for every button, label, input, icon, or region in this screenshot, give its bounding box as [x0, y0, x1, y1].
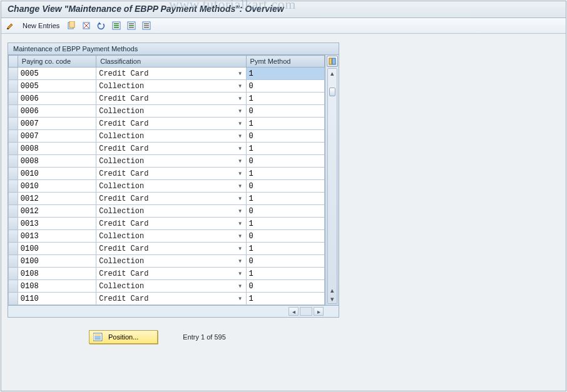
classification-dropdown[interactable]: Credit Card▾	[96, 193, 245, 204]
table-settings-icon[interactable]	[327, 56, 338, 67]
paying-co-code-cell[interactable]	[18, 180, 96, 192]
classification-dropdown[interactable]: Credit Card▾	[96, 68, 245, 79]
table-row: Collection▾	[9, 105, 325, 118]
pymt-method-cell[interactable]	[247, 155, 324, 167]
paying-co-code-cell[interactable]	[18, 293, 96, 304]
classification-dropdown[interactable]: Credit Card▾	[96, 293, 245, 304]
pymt-method-cell[interactable]	[247, 293, 324, 304]
row-selector[interactable]	[9, 93, 18, 105]
toggle-display-change-icon[interactable]	[5, 20, 16, 31]
delete-icon[interactable]	[81, 20, 92, 31]
row-selector[interactable]	[9, 180, 18, 193]
undo-change-icon[interactable]	[96, 20, 107, 31]
row-selector[interactable]	[9, 243, 18, 255]
position-button[interactable]: Position...	[89, 330, 158, 344]
scroll-up2-icon[interactable]: ▴	[328, 286, 337, 294]
paying-co-code-cell[interactable]	[18, 280, 96, 292]
paying-co-code-cell[interactable]	[18, 155, 96, 167]
paying-co-code-cell[interactable]	[18, 80, 96, 92]
classification-dropdown[interactable]: Collection▾	[96, 281, 245, 292]
paying-co-code-cell[interactable]	[18, 130, 96, 142]
pymt-method-cell[interactable]	[247, 168, 324, 179]
col-pymt-method[interactable]: Pymt Method	[246, 56, 324, 68]
classification-dropdown[interactable]: Credit Card▾	[96, 243, 245, 254]
col-paying-co-code[interactable]: Paying co. code	[18, 56, 96, 68]
new-entries-button[interactable]: New Entries	[20, 22, 62, 29]
row-selector[interactable]	[9, 80, 18, 93]
paying-co-code-cell[interactable]	[18, 230, 96, 242]
paying-co-code-cell[interactable]	[18, 205, 96, 217]
paying-co-code-cell[interactable]	[18, 93, 96, 104]
select-all-icon[interactable]	[111, 20, 122, 31]
classification-dropdown[interactable]: Collection▾	[96, 231, 245, 242]
select-block-icon[interactable]	[126, 20, 137, 31]
paying-co-code-cell[interactable]	[18, 218, 96, 229]
classification-dropdown[interactable]: Collection▾	[96, 156, 245, 167]
pymt-method-cell[interactable]	[247, 105, 324, 117]
row-selector[interactable]	[9, 280, 18, 293]
row-selector[interactable]	[9, 155, 18, 168]
row-selector[interactable]	[9, 105, 18, 118]
classification-dropdown[interactable]: Credit Card▾	[96, 143, 245, 154]
pymt-method-cell[interactable]	[247, 130, 324, 142]
paying-co-code-cell[interactable]	[18, 255, 96, 267]
scroll-down-icon[interactable]: ▾	[328, 294, 337, 303]
copy-as-icon[interactable]	[66, 20, 77, 31]
row-selector[interactable]	[9, 205, 18, 218]
row-selector[interactable]	[9, 68, 18, 80]
paying-co-code-cell[interactable]	[18, 268, 96, 279]
pymt-method-cell[interactable]	[247, 193, 324, 204]
pymt-method-cell[interactable]	[247, 255, 324, 267]
pymt-method-cell[interactable]	[247, 218, 324, 229]
scroll-right-icon[interactable]: ▸	[314, 307, 324, 316]
paying-co-code-cell[interactable]	[18, 243, 96, 254]
pymt-method-cell[interactable]	[247, 80, 324, 92]
row-selector[interactable]	[9, 168, 18, 180]
paying-co-code-cell[interactable]	[18, 68, 96, 79]
row-selector[interactable]	[9, 218, 18, 230]
pymt-method-cell[interactable]	[247, 280, 324, 292]
pymt-method-cell[interactable]	[247, 243, 324, 254]
pymt-method-cell[interactable]	[247, 118, 324, 129]
pymt-method-cell[interactable]	[247, 180, 324, 192]
scroll-up-icon[interactable]: ▴	[328, 69, 337, 78]
paying-co-code-cell[interactable]	[18, 168, 96, 179]
row-selector[interactable]	[9, 193, 18, 205]
paying-co-code-cell[interactable]	[18, 118, 96, 129]
pymt-method-cell[interactable]	[247, 230, 324, 242]
classification-dropdown[interactable]: Collection▾	[96, 256, 245, 267]
classification-dropdown[interactable]: Collection▾	[96, 131, 245, 142]
pymt-method-cell[interactable]	[247, 143, 324, 154]
scroll-left-icon[interactable]: ◂	[289, 307, 299, 316]
classification-dropdown[interactable]: Collection▾	[96, 181, 245, 192]
pymt-method-cell[interactable]	[247, 93, 324, 104]
classification-dropdown[interactable]: Credit Card▾	[96, 268, 245, 279]
row-selector-header[interactable]	[9, 56, 18, 68]
paying-co-code-cell[interactable]	[18, 105, 96, 117]
row-selector[interactable]	[9, 268, 18, 280]
pymt-method-cell[interactable]	[247, 205, 324, 217]
classification-dropdown[interactable]: Collection▾	[96, 206, 245, 217]
pymt-method-cell[interactable]	[247, 268, 324, 279]
classification-dropdown[interactable]: Credit Card▾	[96, 118, 245, 129]
vertical-scrollbar[interactable]: ▴ ▴ ▾	[327, 68, 337, 304]
pymt-method-cell[interactable]	[247, 68, 324, 79]
classification-dropdown[interactable]: Credit Card▾	[96, 93, 245, 104]
row-selector[interactable]	[9, 130, 18, 143]
classification-dropdown[interactable]: Credit Card▾	[96, 168, 245, 179]
deselect-all-icon[interactable]	[141, 20, 152, 31]
classification-dropdown[interactable]: Collection▾	[96, 106, 245, 117]
col-classification[interactable]: Classification	[96, 56, 246, 68]
classification-dropdown[interactable]: Collection▾	[96, 81, 245, 92]
row-selector[interactable]	[9, 118, 18, 130]
paying-co-code-cell[interactable]	[18, 143, 96, 154]
row-selector[interactable]	[9, 293, 18, 305]
horizontal-scrollbar[interactable]: ◂ ▸	[289, 307, 324, 316]
hscroll-track[interactable]	[300, 307, 312, 316]
paying-co-code-cell[interactable]	[18, 193, 96, 204]
row-selector[interactable]	[9, 230, 18, 243]
row-selector[interactable]	[9, 143, 18, 155]
row-selector[interactable]	[9, 255, 18, 268]
classification-dropdown[interactable]: Credit Card▾	[96, 218, 245, 229]
scroll-thumb[interactable]	[329, 88, 335, 96]
